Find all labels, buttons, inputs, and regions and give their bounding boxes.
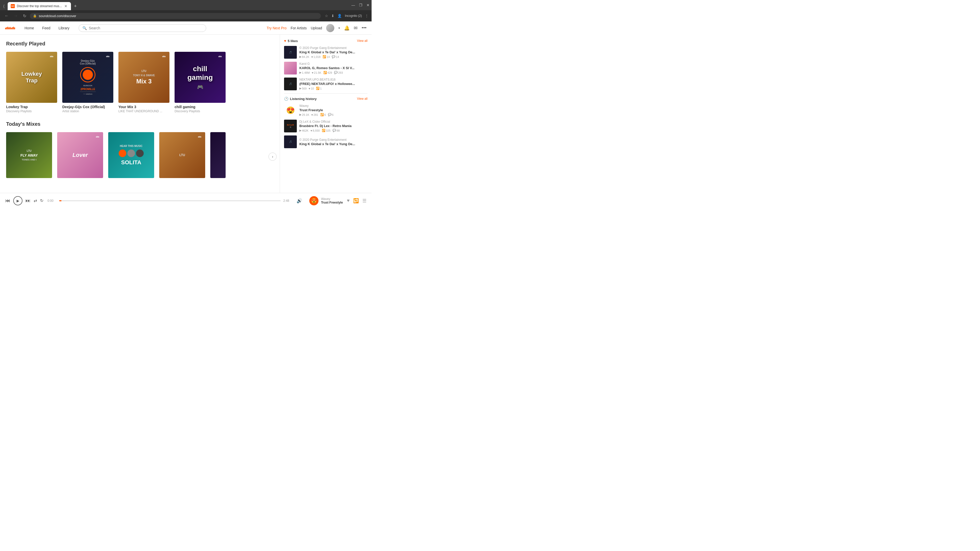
sidebar-artist-dj-lex: Dj LeX & Ciske Official [299,120,368,124]
card-lowkey-trap[interactable]: LowkeyTrap Lowkey Trap Discovery Playlis… [6,52,57,113]
sidebar-stats-nektar: ▶ 569 ♥ 10 🔁 1 [299,87,368,90]
nav-library[interactable]: Library [56,24,73,32]
total-time: 2:48 [283,199,293,203]
shuffle-button[interactable]: ⇄ [34,198,37,203]
sidebar-track-wavey[interactable]: 😍 Wavey Trust Freestyle ▶ 29.1K ♥ 281 🔁 … [284,104,368,117]
active-tab[interactable]: SC Discover the top streamed mus... ✕ [8,2,71,10]
soundcloud-logo[interactable] [5,24,15,32]
card-your-mix-3[interactable]: LTU TONY H & SWAVE Mix 3 Your Mix 3 LIKE… [118,52,169,113]
svg-rect-9 [50,56,50,57]
upload-button[interactable]: Upload [311,26,322,30]
nav-home[interactable]: Home [21,24,37,32]
minimize-button[interactable]: — [352,3,355,7]
likes-view-all[interactable]: View all [357,39,368,43]
soundcloud-badge-ltu [198,134,203,140]
sidebar-artist-karol-g: Karol G [299,62,368,65]
soundcloud-badge-mix3 [162,54,167,59]
progress-bar[interactable] [59,200,281,201]
play-pause-button[interactable]: ▶ [13,196,22,205]
download-icon[interactable]: ⬇ [331,14,334,18]
mix-card-lover[interactable]: Lover [57,132,103,180]
reposts-stat-karol-g: 🔁 429 [323,71,332,74]
sidebar-track-king-k-2[interactable]: 🎵 © 2020 Purge Gang Entertainment King K… [284,135,368,148]
sidebar-stats-wavey: ▶ 29.1K ♥ 281 🔁 6 💬 6 [299,113,368,116]
mix-card-dark[interactable] [210,132,226,180]
skip-forward-button[interactable]: ⏭ [25,198,30,203]
search-icon: 🔍 [83,26,87,30]
like-track-button[interactable]: ♥ [347,198,350,203]
close-window-button[interactable]: ✕ [366,3,369,7]
svg-rect-30 [220,56,221,57]
repost-button[interactable]: 🔁 [353,198,359,203]
svg-rect-42 [200,136,200,138]
svg-rect-5 [11,27,12,29]
search-input[interactable] [89,26,202,30]
notifications-icon[interactable]: 🔔 [344,25,350,31]
svg-rect-3 [8,27,10,29]
more-options-icon[interactable]: ••• [362,25,366,30]
now-playing-thumb[interactable]: 😍 [309,196,318,205]
mix-card-ltu[interactable]: LTU [159,132,205,180]
profile-icon[interactable]: 👤 [337,14,342,18]
now-playing-info: Wavey Trust Freestyle [321,197,343,204]
svg-rect-20 [109,56,109,57]
sidebar-track-king-k-1[interactable]: 🎵 © 2020 Purge Gang Entertainment King K… [284,46,368,59]
more-icon[interactable]: ⋮ [365,14,369,18]
reposts-stat-wavey: 🔁 6 [320,113,326,116]
sidebar-track-nektar[interactable]: 🎵 NEKTAR.UFO.BEATS.816 (FREE) NEKTAR.UFO… [284,78,368,90]
svg-rect-33 [96,137,96,138]
likes-stat-karol-g: ♥ 21.5K [312,71,321,74]
bookmark-icon[interactable]: ☆ [325,14,328,18]
refresh-button[interactable]: ↻ [21,13,28,19]
sidebar-track-dj-lex[interactable]: DJ LeX ⊕ Dj LeX & Ciske Official Brasbèr… [284,120,368,132]
mix-card-solita[interactable]: HEAR THIS MUSIC SOLITA [108,132,154,180]
maximize-button[interactable]: ❐ [359,3,363,7]
for-artists-link[interactable]: For Artists [291,26,307,30]
current-time: 0:00 [48,199,57,203]
sidebar-track-info-dj-lex: Dj LeX & Ciske Official Brasbère Ft. Dj … [299,120,368,132]
plays-stat-king-k-1: ▶ 84.2K [299,55,309,59]
card-subtitle-deejay: Artist station [62,110,113,113]
mix-card-flyaway[interactable]: LTU FLY AWAY TONES AND I [6,132,52,180]
forward-button[interactable]: → [12,13,19,19]
card-thumb-label-mix: LTU TONY H & SWAVE Mix 3 [118,52,169,103]
avatar-dropdown-icon[interactable]: ▾ [339,26,340,30]
sidebar-track-karol-g[interactable]: Karol G KAROL G, Romeo Santos - X SI V..… [284,62,368,75]
card-deejay-gijs[interactable]: Deejay-GijsCox (Official) GIJSCOX 2PROMI… [62,52,113,113]
main-content-area: Recently Played LowkeyTrap Lowkey Trap [0,35,372,193]
messages-icon[interactable]: ✉ [354,25,358,31]
svg-rect-44 [201,137,201,138]
new-tab-button[interactable]: + [72,3,79,10]
queue-button[interactable]: ☰ [363,198,366,203]
tab-nav-prev[interactable]: ⟨ [2,3,6,10]
card-title-deejay: Deejay-Gijs Cox (Official) [62,105,113,109]
back-button[interactable]: ← [3,13,10,19]
playbar-right-icons: ♥ 🔁 ☰ [347,198,366,203]
search-bar[interactable]: 🔍 [79,24,206,32]
sidebar-track-info-king-k-1: © 2020 Purge Gang Entertainment King K G… [299,46,368,59]
nav-feed[interactable]: Feed [39,24,53,32]
incognito-badge[interactable]: Incognito (2) [345,14,362,17]
sidebar-track-info-wavey: Wavey Trust Freestyle ▶ 29.1K ♥ 281 🔁 6 … [299,104,368,116]
repeat-button[interactable]: ↻ [40,198,43,203]
try-next-pro-button[interactable]: Try Next Pro [267,26,286,30]
card-title-mix3: Your Mix 3 [118,105,169,109]
volume-icon[interactable]: 🔊 [297,198,302,203]
mix-thumb-label-solita: HEAR THIS MUSIC SOLITA [108,132,154,178]
likes-stat-nektar: ♥ 10 [309,87,314,90]
card-chill-gaming[interactable]: chillgaming 🎮 chill gaming Discovery Pla… [175,52,226,113]
address-bar[interactable]: 🔒 soundcloud.com/discover [30,13,321,19]
svg-rect-27 [218,56,219,57]
svg-rect-37 [98,136,99,138]
tab-close-button[interactable]: ✕ [64,3,68,9]
svg-rect-7 [13,27,14,29]
reposts-stat-nektar: 🔁 1 [316,87,321,90]
next-mixes-button[interactable]: › [269,152,277,161]
mix-thumb-label-flyaway: LTU FLY AWAY TONES AND I [6,132,52,178]
soundcloud-badge-deejay [106,54,111,59]
listening-history-view-all[interactable]: View all [357,97,368,100]
card-thumb-chill-gaming: chillgaming 🎮 [175,52,226,103]
skip-back-button[interactable]: ⏮ [5,198,10,203]
user-avatar[interactable] [326,24,334,32]
svg-rect-19 [108,56,109,57]
